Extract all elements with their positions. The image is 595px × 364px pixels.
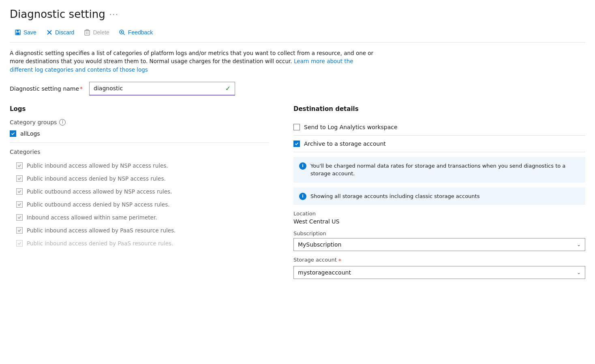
- subscription-label: Subscription: [293, 230, 585, 236]
- setting-name-label: Diagnostic setting name*: [10, 85, 83, 92]
- storage-account-select[interactable]: mystorageaccount ⌄: [293, 266, 585, 279]
- category-checkbox-0[interactable]: [16, 162, 23, 169]
- logs-title: Logs: [10, 105, 269, 113]
- feedback-icon: [119, 29, 126, 36]
- archive-storage-checkbox[interactable]: [293, 140, 300, 147]
- right-panel: Destination details Send to Log Analytic…: [293, 105, 585, 285]
- save-icon: [15, 29, 21, 36]
- list-item: Public outbound access allowed by NSP ac…: [10, 185, 269, 198]
- svg-rect-1: [17, 30, 19, 32]
- discard-icon: [46, 29, 53, 36]
- feedback-button[interactable]: Feedback: [114, 27, 158, 38]
- description-text: A diagnostic setting specifies a list of…: [10, 49, 375, 74]
- location-value: West Central US: [293, 218, 585, 225]
- alllogs-label: allLogs: [20, 130, 40, 137]
- svg-rect-7: [86, 30, 88, 31]
- page-menu-ellipsis[interactable]: ···: [109, 10, 119, 19]
- categories-list: Public inbound access allowed by NSP acc…: [10, 159, 269, 250]
- diagnostic-name-input[interactable]: diagnostic ✓: [89, 82, 235, 96]
- category-checkbox-1[interactable]: [16, 175, 23, 182]
- svg-line-11: [123, 33, 125, 35]
- category-groups-header: Category groups i: [10, 119, 269, 126]
- storage-classic-info: i Showing all storage accounts including…: [293, 187, 585, 205]
- log-analytics-checkbox[interactable]: [293, 124, 300, 130]
- svg-point-12: [121, 31, 122, 33]
- storage-account-label-row: Storage account *: [293, 257, 585, 264]
- list-item: Public inbound access allowed by NSP acc…: [10, 159, 269, 172]
- delete-icon: [84, 29, 90, 36]
- destination-title: Destination details: [293, 105, 585, 113]
- alllogs-checkbox-row: allLogs: [10, 130, 269, 137]
- alllogs-checkbox[interactable]: [10, 130, 16, 137]
- list-item: Public inbound access denied by NSP acce…: [10, 172, 269, 185]
- location-label: Location: [293, 211, 585, 217]
- input-check-icon: ✓: [225, 85, 231, 92]
- archive-storage-row: Archive to a storage account: [293, 136, 585, 152]
- info-icon-1: i: [299, 162, 306, 170]
- location-section: Location West Central US Subscription My…: [293, 211, 585, 279]
- list-item: Public inbound access denied by PaaS res…: [10, 237, 269, 250]
- category-groups-info-icon[interactable]: i: [59, 119, 66, 126]
- storage-account-chevron-icon: ⌄: [577, 270, 581, 275]
- info-icon-2: i: [299, 193, 306, 200]
- left-panel: Logs Category groups i allLogs Categorie…: [10, 105, 269, 285]
- subscription-select[interactable]: MySubscription ⌄: [293, 238, 585, 251]
- storage-charge-info: i You'll be charged normal data rates fo…: [293, 157, 585, 183]
- storage-account-label: Storage account: [293, 257, 337, 263]
- discard-button[interactable]: Discard: [41, 27, 79, 38]
- archive-storage-label: Archive to a storage account: [304, 140, 386, 147]
- toolbar: Save Discard Delete: [10, 27, 585, 43]
- list-item: Public inbound access allowed by PaaS re…: [10, 224, 269, 237]
- log-analytics-row: Send to Log Analytics workspace: [293, 119, 585, 136]
- category-checkbox-3[interactable]: [16, 201, 23, 208]
- main-layout: Logs Category groups i allLogs Categorie…: [10, 105, 585, 285]
- category-checkbox-5[interactable]: [16, 227, 23, 234]
- category-checkbox-6[interactable]: [16, 240, 23, 247]
- categories-label: Categories: [10, 149, 269, 155]
- svg-rect-2: [16, 32, 19, 34]
- divider-logs: [10, 143, 269, 143]
- delete-button[interactable]: Delete: [79, 27, 114, 38]
- log-analytics-label: Send to Log Analytics workspace: [304, 124, 398, 130]
- svg-rect-5: [85, 31, 90, 35]
- category-checkbox-4[interactable]: [16, 214, 23, 221]
- subscription-chevron-icon: ⌄: [577, 242, 581, 247]
- save-button[interactable]: Save: [10, 27, 41, 38]
- list-item: Inbound access allowed within same perim…: [10, 211, 269, 224]
- list-item: Public outbound access denied by NSP acc…: [10, 198, 269, 211]
- setting-name-row: Diagnostic setting name* diagnostic ✓: [10, 82, 585, 96]
- category-checkbox-2[interactable]: [16, 188, 23, 195]
- page-title: Diagnostic setting ···: [10, 8, 585, 20]
